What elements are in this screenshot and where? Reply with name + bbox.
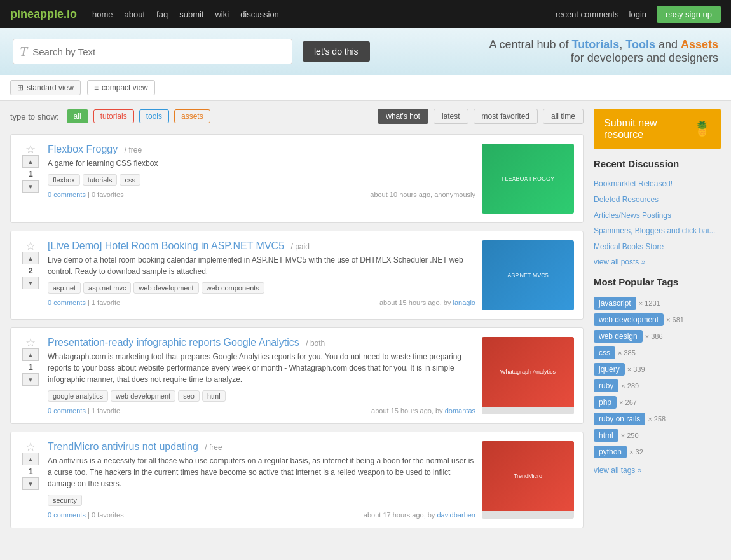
recent-comments-link[interactable]: recent comments (556, 10, 619, 19)
card-title: [Live Demo] Hotel Room Booking in ASP.NE… (48, 240, 475, 252)
tag-flexbox[interactable]: flexbox (48, 174, 80, 186)
comments-link[interactable]: 0 comments (48, 191, 86, 198)
discussion-item-deleted[interactable]: Deleted Resources (594, 195, 721, 205)
tag-html[interactable]: html (202, 390, 226, 402)
standard-view-button[interactable]: ⊞ standard view (10, 80, 81, 95)
nav-submit[interactable]: submit (179, 10, 203, 19)
card-time: about 10 hours ago, anonymously (370, 191, 475, 198)
author-link[interactable]: lanagio (453, 299, 475, 306)
tag-webdev[interactable]: web development (111, 390, 175, 402)
tag-link-webdesign[interactable]: web design (594, 330, 643, 343)
easy-signup-button[interactable]: easy sign up (657, 6, 721, 23)
discussion-item-bookmarklet[interactable]: Bookmarklet Released! (594, 179, 721, 189)
card-meta: 0 comments | 1 favorite about 15 hours a… (48, 299, 475, 306)
comments-link[interactable]: 0 comments (48, 407, 86, 414)
login-link[interactable]: login (629, 10, 646, 19)
thumb-image: Whatagraph Analytics (482, 337, 574, 407)
search-input[interactable] (32, 46, 285, 57)
vote-down-button[interactable]: ▼ (22, 277, 39, 289)
tag-link-html[interactable]: html (594, 429, 618, 442)
tag-item-webdev: web development × 681 (594, 313, 684, 326)
tag-security[interactable]: security (48, 495, 82, 506)
compact-view-label: compact view (102, 83, 148, 92)
tag-link-jquery[interactable]: jquery (594, 363, 625, 376)
thumb-image: TrendMicro (482, 441, 574, 511)
discussion-item-articles[interactable]: Articles/News Postings (594, 210, 721, 221)
nav-wiki[interactable]: wiki (215, 10, 229, 19)
tag-webdev[interactable]: web development (133, 282, 198, 294)
main-container: type to show: all tutorials tools assets… (0, 101, 731, 543)
card-title-link[interactable]: TrendMicro antivirus not updating (48, 441, 198, 452)
nav-faq[interactable]: faq (156, 10, 168, 19)
sort-whats-hot-button[interactable]: what's hot (378, 109, 428, 124)
nav-home[interactable]: home (92, 10, 113, 19)
star-button[interactable]: ☆ (25, 337, 36, 348)
vote-up-button[interactable]: ▲ (22, 348, 39, 361)
sort-all-time-button[interactable]: all time (543, 109, 584, 124)
comments-link[interactable]: 0 comments (48, 511, 86, 519)
discussion-item-spammers[interactable]: Spammers, Bloggers and click bai... (594, 226, 721, 236)
tag-count-jquery: × 339 (627, 365, 645, 373)
nav-discussion[interactable]: discussion (240, 10, 279, 19)
card-title-link[interactable]: [Live Demo] Hotel Room Booking in ASP.NE… (48, 240, 284, 251)
vote-count: 1 (28, 465, 32, 477)
author-link[interactable]: domantas (445, 407, 475, 414)
card-title-link[interactable]: Presentation-ready infographic reports G… (48, 337, 299, 348)
tag-link-webdev[interactable]: web development (594, 313, 664, 326)
view-all-posts-link[interactable]: view all posts » (594, 257, 721, 266)
star-button[interactable]: ☆ (25, 144, 36, 155)
nav-about[interactable]: about (125, 10, 146, 19)
tag-aspnet[interactable]: asp.net (48, 282, 81, 294)
tag-item-css: css × 385 (594, 346, 636, 359)
tag-link-python[interactable]: python (594, 446, 627, 458)
tagline-after: for developers and designers (571, 51, 718, 64)
tagline-tools-link[interactable]: Tools (625, 38, 655, 51)
filter-assets-button[interactable]: assets (174, 109, 210, 123)
submit-resource-button[interactable]: Submit new resource 🍍 (594, 109, 721, 149)
filter-all-button[interactable]: all (67, 109, 88, 123)
filter-tools-button[interactable]: tools (139, 109, 169, 123)
sort-latest-button[interactable]: latest (434, 109, 468, 124)
star-button[interactable]: ☆ (25, 240, 36, 252)
tag-ganalytics[interactable]: google analytics (48, 390, 108, 402)
vote-area: ☆ ▲ 1 ▼ (20, 441, 41, 519)
view-all-tags-link[interactable]: view all tags » (594, 466, 721, 475)
tag-count-webdesign: × 386 (645, 332, 663, 340)
tag-tutorials[interactable]: tutorials (83, 174, 118, 186)
vote-area: ☆ ▲ 2 ▼ (20, 240, 41, 310)
vote-up-button[interactable]: ▲ (22, 453, 39, 465)
tag-item-webdesign: web design × 386 (594, 330, 663, 343)
tag-link-ror[interactable]: ruby on rails (594, 413, 645, 425)
tag-link-javascript[interactable]: javascript (594, 297, 636, 310)
tag-css[interactable]: css (120, 174, 140, 186)
search-submit-button[interactable]: let's do this (303, 41, 370, 62)
card-comments-favorites: 0 comments | 0 favorites (48, 511, 124, 519)
filter-tutorials-button[interactable]: tutorials (93, 109, 134, 123)
logo[interactable]: pineapple.io (10, 8, 77, 21)
vote-down-button[interactable]: ▼ (22, 373, 39, 386)
vote-down-button[interactable]: ▼ (22, 477, 39, 490)
tag-link-css[interactable]: css (594, 346, 615, 359)
compact-view-button[interactable]: ≡ compact view (87, 80, 155, 95)
vote-down-button[interactable]: ▼ (22, 180, 39, 193)
vote-up-button[interactable]: ▲ (22, 252, 39, 264)
vote-up-button[interactable]: ▲ (22, 155, 39, 168)
tagline-tutorials-link[interactable]: Tutorials (572, 38, 620, 51)
card-title-link[interactable]: Flexbox Froggy (48, 144, 118, 154)
tag-link-ruby[interactable]: ruby (594, 379, 618, 392)
tag-item-html: html × 250 (594, 429, 639, 442)
card-thumbnail: TrendMicro (482, 441, 574, 519)
author-link[interactable]: davidbarben (437, 511, 475, 519)
price-badge: / paid (290, 242, 309, 251)
tagline-assets-link[interactable]: Assets (681, 38, 718, 51)
tagline-and: and (655, 38, 681, 51)
tag-webcomponents[interactable]: web components (202, 282, 264, 294)
tag-seo[interactable]: seo (178, 390, 200, 402)
discussion-item-medical[interactable]: Medical Books Store (594, 242, 721, 252)
star-button[interactable]: ☆ (25, 441, 36, 453)
sort-most-favorited-button[interactable]: most favorited (474, 109, 538, 124)
tag-aspnet-mvc[interactable]: asp.net mvc (83, 282, 131, 294)
card-title: Presentation-ready infographic reports G… (48, 337, 475, 348)
tag-link-php[interactable]: php (594, 396, 617, 409)
comments-link[interactable]: 0 comments (48, 299, 86, 306)
